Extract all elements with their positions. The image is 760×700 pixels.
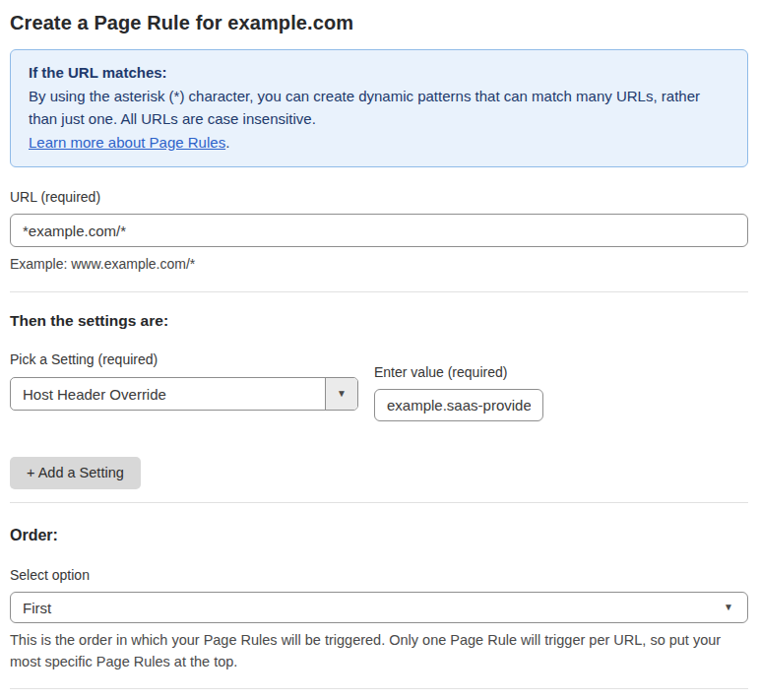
setting-row: Pick a Setting (required) Host Header Ov… [10,351,748,421]
url-example-helper: Example: www.example.com/* [10,256,748,272]
link-period: . [225,134,229,151]
info-box-heading: If the URL matches: [29,61,729,85]
page-title: Create a Page Rule for example.com [10,10,748,35]
order-select-label: Select option [10,567,748,584]
learn-more-link[interactable]: Learn more about Page Rules [29,134,225,151]
setting-picker-column: Pick a Setting (required) Host Header Ov… [10,351,358,411]
setting-value-label: Enter value (required) [374,364,543,381]
setting-picker-label: Pick a Setting (required) [10,351,358,368]
order-select-value: First [23,600,724,616]
info-box-body: By using the asterisk (*) character, you… [29,85,729,131]
divider-url-settings [10,291,748,292]
settings-section-heading: Then the settings are: [10,312,748,330]
setting-value-column: Enter value (required) [374,364,543,421]
url-match-info-box: If the URL matches: By using the asteris… [10,49,748,167]
setting-value-input[interactable] [374,389,543,421]
order-select[interactable]: First ▼ [10,592,748,623]
setting-select-value: Host Header Override [11,378,325,410]
url-input[interactable] [10,214,748,247]
info-box-link-line: Learn more about Page Rules. [29,131,729,155]
create-page-rule-form: Create a Page Rule for example.com If th… [0,0,760,700]
order-section-heading: Order: [10,527,748,544]
order-helper-text: This is the order in which your Page Rul… [10,629,746,672]
divider-settings-order [10,502,748,503]
info-box-body-text: By using the asterisk (*) character, you… [29,88,700,128]
add-setting-button[interactable]: + Add a Setting [10,457,141,489]
chevron-down-icon: ▼ [337,389,347,399]
divider-order-footer [10,688,748,689]
chevron-down-icon: ▼ [724,603,733,612]
setting-select-arrow-cell[interactable]: ▼ [325,378,357,410]
url-field-label: URL (required) [10,189,748,206]
setting-select[interactable]: Host Header Override ▼ [10,377,358,411]
